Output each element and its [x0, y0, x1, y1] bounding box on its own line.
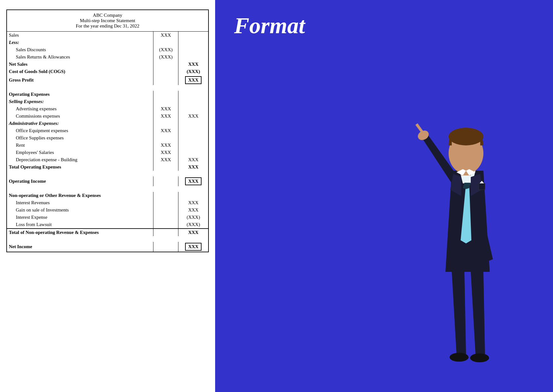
- label-sales-returns: Sales Returns & Allowances: [7, 53, 153, 61]
- label-rent: Rent: [7, 142, 153, 149]
- val2-sales-discounts: [178, 46, 208, 53]
- table-row-gain-investments: Gain on sale of InvestmentsXXX: [7, 206, 208, 214]
- period: For the year ending Dec 31, 2022: [8, 23, 207, 29]
- table-row-rent: RentXXX: [7, 142, 208, 149]
- val1-gross-profit: [153, 75, 178, 85]
- table-row-spacer1: [7, 85, 208, 91]
- right-panel: Format: [215, 0, 553, 392]
- val2-op-income: XXX: [178, 176, 208, 186]
- table-row-selling-expenses: Selling Expenses:: [7, 98, 208, 105]
- label-cogs: Cost of Goods Sold (COGS): [7, 68, 153, 75]
- val2-commissions: XXX: [178, 113, 208, 120]
- val1-selling-expenses: [153, 98, 178, 105]
- val2-gross-profit: XXX: [178, 75, 208, 85]
- label-office-supplies: Office Supplies expenses: [7, 134, 153, 142]
- val1-total-op-expenses: [153, 163, 178, 171]
- val1-sales-discounts: (XXX): [153, 46, 178, 53]
- val1-sales-returns: (XXX): [153, 53, 178, 61]
- format-title: Format: [234, 13, 305, 39]
- table-row-interest-expense: Interest Expense(XXX): [7, 214, 208, 221]
- label-sales: Sales: [7, 32, 153, 39]
- val1-admin-expenses: [153, 120, 178, 127]
- table-row-interest-revenues: Interest RevenuesXXX: [7, 199, 208, 206]
- label-office-equipment: Office Equipment expenses: [7, 127, 153, 134]
- table-row-spacer4: [7, 236, 208, 242]
- svg-point-1: [450, 353, 469, 362]
- label-total-op-expenses: Total Operating Expenses: [7, 163, 153, 171]
- val1-less: [153, 39, 178, 46]
- val1-commissions: XXX: [153, 113, 178, 120]
- val2-cogs: (XXX): [178, 68, 208, 75]
- table-row-advertising: Advertising expensesXXX: [7, 105, 208, 113]
- val1-non-op-header: [153, 192, 178, 199]
- table-row-depreciation: Depreciation expense - BuildingXXXXXX: [7, 156, 208, 163]
- statement-type: Multi-step Income Statement: [8, 18, 207, 23]
- val1-depreciation: XXX: [153, 156, 178, 163]
- label-total-non-op: Total of Non-operating Revenue & Expense…: [7, 229, 153, 236]
- person-figure: [401, 107, 534, 392]
- val2-admin-expenses: [178, 120, 208, 127]
- val1-total-non-op: [153, 229, 178, 236]
- label-net-sales: Net Sales: [7, 61, 153, 68]
- val1-salaries: XXX: [153, 149, 178, 156]
- val1-net-sales: [153, 61, 178, 68]
- val2-office-supplies: [178, 134, 208, 142]
- val1-rent: XXX: [153, 142, 178, 149]
- val2-op-expenses-header: [178, 91, 208, 98]
- val1-cogs: [153, 68, 178, 75]
- val2-salaries: [178, 149, 208, 156]
- val1-interest-revenues: [153, 199, 178, 206]
- label-salaries: Employees' Salaries: [7, 149, 153, 156]
- val2-loss-lawsuit: (XXX): [178, 221, 208, 229]
- table-row-spacer2: [7, 171, 208, 176]
- val2-selling-expenses: [178, 98, 208, 105]
- table-row-office-equipment: Office Equipment expensesXXX: [7, 127, 208, 134]
- label-gross-profit: Gross Profit: [7, 75, 153, 85]
- left-panel: ABC Company Multi-step Income Statement …: [0, 0, 215, 392]
- table-row-cogs: Cost of Goods Sold (COGS)(XXX): [7, 68, 208, 75]
- table-row-sales-discounts: Sales Discounts(XXX): [7, 46, 208, 53]
- val1-op-income: [153, 176, 178, 186]
- val2-less: [178, 39, 208, 46]
- header-row: ABC Company Multi-step Income Statement …: [7, 10, 208, 32]
- table-row-total-non-op: Total of Non-operating Revenue & Expense…: [7, 229, 208, 236]
- val2-interest-revenues: XXX: [178, 199, 208, 206]
- val2-sales-returns: [178, 53, 208, 61]
- val2-advertising: [178, 105, 208, 113]
- val2-office-equipment: [178, 127, 208, 134]
- income-statement-table: ABC Company Multi-step Income Statement …: [6, 9, 209, 252]
- val1-advertising: XXX: [153, 105, 178, 113]
- table-row-spacer3: [7, 186, 208, 192]
- label-op-expenses-header: Operating Expenses: [7, 91, 153, 98]
- val2-depreciation: XXX: [178, 156, 208, 163]
- label-loss-lawsuit: Loss from Lawsuit: [7, 221, 153, 229]
- table-row-sales: SalesXXX: [7, 32, 208, 39]
- company-name: ABC Company: [8, 13, 207, 18]
- label-depreciation: Depreciation expense - Building: [7, 156, 153, 163]
- table-row-loss-lawsuit: Loss from Lawsuit(XXX): [7, 221, 208, 229]
- table-row-admin-expenses: Administrative Expenses:: [7, 120, 208, 127]
- table-row-op-expenses-header: Operating Expenses: [7, 91, 208, 98]
- val1-office-equipment: XXX: [153, 127, 178, 134]
- val2-net-income: XXX: [178, 242, 208, 252]
- svg-point-4: [449, 128, 483, 145]
- val1-sales: XXX: [153, 32, 178, 39]
- label-net-income: Net Income: [7, 242, 153, 252]
- val2-net-sales: XXX: [178, 61, 208, 68]
- label-commissions: Commissions expenses: [7, 113, 153, 120]
- label-non-op-header: Non-operating or Other Revenue & Expense…: [7, 192, 153, 199]
- table-row-office-supplies: Office Supplies expenses: [7, 134, 208, 142]
- val2-interest-expense: (XXX): [178, 214, 208, 221]
- label-interest-expense: Interest Expense: [7, 214, 153, 221]
- table-row-net-income: Net IncomeXXX: [7, 242, 208, 252]
- val2-total-op-expenses: XXX: [178, 163, 208, 171]
- label-gain-investments: Gain on sale of Investments: [7, 206, 153, 214]
- table-row-net-sales: Net SalesXXX: [7, 61, 208, 68]
- val1-office-supplies: [153, 134, 178, 142]
- val2-rent: [178, 142, 208, 149]
- table-row-op-income: Operating IncomeXXX: [7, 176, 208, 186]
- val1-net-income: [153, 242, 178, 252]
- table-row-total-op-expenses: Total Operating ExpensesXXX: [7, 163, 208, 171]
- table-row-sales-returns: Sales Returns & Allowances(XXX): [7, 53, 208, 61]
- label-less: Less:: [7, 39, 153, 46]
